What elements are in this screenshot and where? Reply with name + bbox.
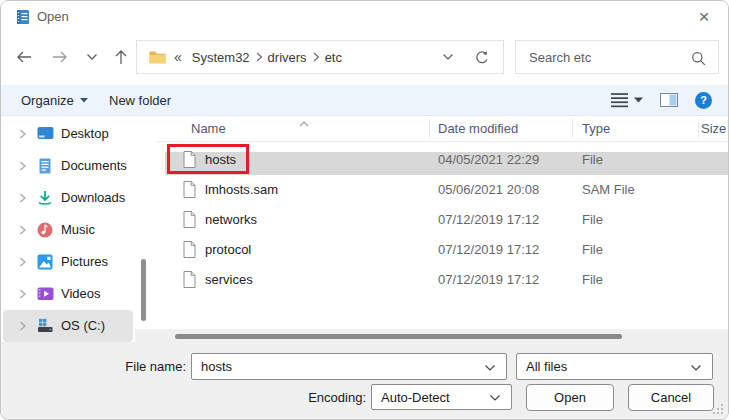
chevron-down-icon[interactable] xyxy=(489,394,501,402)
expand-chevron-icon[interactable] xyxy=(19,160,27,172)
sidebar-item-downloads[interactable]: Downloads xyxy=(3,182,133,214)
column-header-name[interactable]: Name xyxy=(191,121,226,136)
column-header-type[interactable]: Type xyxy=(582,121,610,136)
file-date: 05/06/2021 20:08 xyxy=(438,182,539,197)
file-row-protocol[interactable]: protocol 07/12/2019 17:12 File xyxy=(157,235,729,265)
desktop-icon xyxy=(37,126,54,141)
sidebar-scrollbar xyxy=(141,116,147,329)
encoding-value: Auto-Detect xyxy=(381,390,450,405)
file-date: 07/12/2019 17:12 xyxy=(438,212,539,227)
column-header-size[interactable]: Size xyxy=(701,121,726,136)
downloads-icon xyxy=(37,190,53,206)
forward-button[interactable] xyxy=(47,44,73,70)
chevron-right-icon xyxy=(309,52,323,62)
breadcrumb-drivers[interactable]: drivers xyxy=(266,50,309,65)
open-button[interactable]: Open xyxy=(526,384,614,411)
file-date: 07/12/2019 17:12 xyxy=(438,242,539,257)
pictures-icon xyxy=(37,254,53,270)
organize-button[interactable]: Organize xyxy=(21,85,88,115)
column-separator xyxy=(429,119,430,138)
horizontal-scrollbar-thumb[interactable] xyxy=(175,334,622,339)
new-folder-button[interactable]: New folder xyxy=(109,85,171,115)
breadcrumb-overflow[interactable]: « xyxy=(174,49,182,65)
file-type: File xyxy=(582,212,603,227)
file-date: 07/12/2019 17:12 xyxy=(438,272,539,287)
annotation-highlight-box xyxy=(167,144,249,174)
expand-chevron-icon[interactable] xyxy=(19,128,27,140)
resize-grip[interactable] xyxy=(712,403,724,415)
preview-pane-icon[interactable] xyxy=(660,93,678,107)
expand-chevron-icon[interactable] xyxy=(19,224,27,236)
file-type-value: All files xyxy=(526,359,567,374)
expand-chevron-icon[interactable] xyxy=(19,288,27,300)
sidebar-label: Desktop xyxy=(61,126,109,141)
drive-icon xyxy=(37,318,54,333)
file-name: lmhosts.sam xyxy=(205,182,278,197)
search-box xyxy=(515,40,719,74)
file-row-lmhosts[interactable]: lmhosts.sam 05/06/2021 20:08 SAM File xyxy=(157,175,729,205)
chevron-right-icon xyxy=(252,52,266,62)
file-icon xyxy=(183,181,196,198)
address-bar[interactable]: « System32 drivers etc xyxy=(136,40,504,74)
file-name-combobox[interactable] xyxy=(191,353,507,380)
expand-chevron-icon[interactable] xyxy=(19,256,27,268)
search-icon xyxy=(691,51,706,66)
file-type: File xyxy=(582,152,603,167)
breadcrumb-system32[interactable]: System32 xyxy=(190,50,252,65)
sidebar-item-pictures[interactable]: Pictures xyxy=(3,246,133,278)
sidebar-label: Downloads xyxy=(61,190,125,205)
views-dropdown-icon[interactable] xyxy=(634,97,643,103)
recent-locations-button[interactable] xyxy=(79,44,105,70)
file-name: networks xyxy=(205,212,257,227)
command-toolbar: Organize New folder ? xyxy=(1,85,728,116)
expand-chevron-icon[interactable] xyxy=(19,192,27,204)
file-row-services[interactable]: services 07/12/2019 17:12 File xyxy=(157,265,729,295)
sort-ascending-icon xyxy=(299,121,309,127)
chevron-down-icon[interactable] xyxy=(484,364,496,372)
file-type-combobox[interactable]: All files xyxy=(516,353,713,380)
sidebar-scrollbar-thumb[interactable] xyxy=(141,259,146,321)
chevron-down-icon[interactable] xyxy=(690,364,702,372)
sidebar-item-videos[interactable]: Videos xyxy=(3,278,133,310)
sidebar-item-desktop[interactable]: Desktop xyxy=(3,118,133,150)
breadcrumb-etc[interactable]: etc xyxy=(323,50,344,65)
back-button[interactable] xyxy=(11,44,37,70)
file-list: Name Date modified Type Size hosts 04/05… xyxy=(157,116,729,329)
file-name: protocol xyxy=(205,242,251,257)
encoding-label: Encoding: xyxy=(266,390,366,405)
music-icon xyxy=(37,222,53,238)
sidebar-item-os-c[interactable]: OS (C:) xyxy=(3,310,133,342)
column-header-date[interactable]: Date modified xyxy=(438,121,518,136)
search-input[interactable] xyxy=(516,41,718,73)
file-type: SAM File xyxy=(582,182,635,197)
file-name-label: File name: xyxy=(61,359,186,374)
help-icon[interactable]: ? xyxy=(695,92,712,109)
file-icon xyxy=(183,271,196,288)
title-bar: Open × xyxy=(1,1,728,33)
folder-icon xyxy=(149,50,166,64)
sidebar-label: Music xyxy=(61,222,95,237)
organize-label: Organize xyxy=(21,93,74,108)
file-name-input[interactable] xyxy=(192,354,478,379)
column-separator xyxy=(698,119,699,138)
refresh-icon[interactable] xyxy=(474,50,489,65)
list-header: Name Date modified Type Size xyxy=(157,116,729,142)
close-button[interactable]: × xyxy=(686,3,722,31)
new-folder-label: New folder xyxy=(109,93,171,108)
cancel-button[interactable]: Cancel xyxy=(628,384,714,411)
dropdown-caret-icon xyxy=(80,98,88,103)
views-icon[interactable] xyxy=(611,92,628,108)
address-dropdown-icon[interactable] xyxy=(442,53,454,61)
file-row-networks[interactable]: networks 07/12/2019 17:12 File xyxy=(157,205,729,235)
sidebar-label: Videos xyxy=(61,286,101,301)
file-type: File xyxy=(582,242,603,257)
documents-icon xyxy=(37,158,53,174)
sidebar-item-documents[interactable]: Documents xyxy=(3,150,133,182)
videos-icon xyxy=(37,286,54,301)
file-icon xyxy=(183,241,196,258)
expand-chevron-icon[interactable] xyxy=(19,320,27,332)
notepad-icon xyxy=(15,9,31,25)
encoding-combobox[interactable]: Auto-Detect xyxy=(371,384,512,410)
up-button[interactable] xyxy=(108,44,134,70)
sidebar-item-music[interactable]: Music xyxy=(3,214,133,246)
